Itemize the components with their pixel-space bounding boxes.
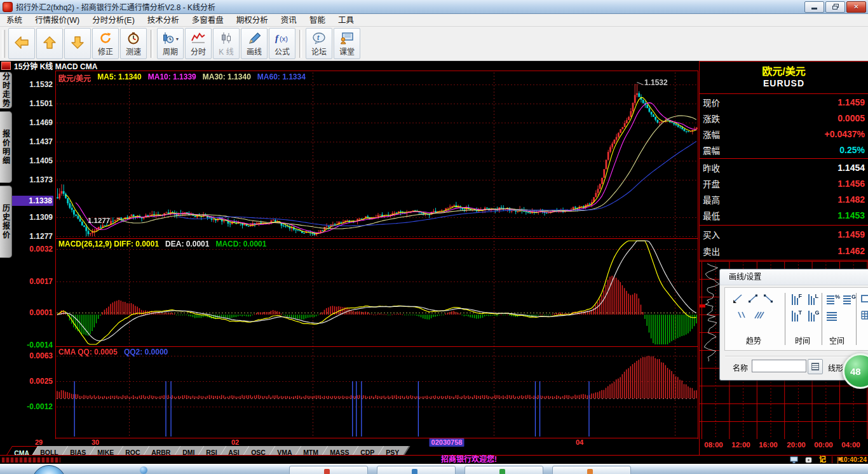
intraday-chart-icon [191, 32, 205, 47]
parallel-lines-icon[interactable] [735, 309, 748, 321]
formula-icon: f(x) [275, 32, 290, 47]
menu-item-intraday-analysis[interactable]: 分时分析(E) [86, 14, 141, 27]
restore-button[interactable] [825, 1, 845, 13]
connection-icon[interactable] [790, 456, 799, 464]
quote-row: 昨收1.1454 [703, 161, 865, 174]
menu-item-options-analysis[interactable]: 期权分析 [230, 14, 275, 27]
toolbar-button-label: 周期 [163, 48, 178, 57]
up-button[interactable] [36, 28, 63, 59]
intraday-button[interactable]: 分时 [185, 28, 212, 59]
horizontal-lines-icon[interactable] [825, 309, 841, 322]
quote-row-value: 1.1456 [837, 179, 865, 189]
trend-segment-down-icon[interactable] [762, 293, 775, 304]
draw-line-button[interactable]: 画线 [241, 28, 268, 59]
correct-button[interactable]: 修正 [92, 28, 119, 59]
kline-button[interactable]: K 线 [213, 28, 240, 59]
gann-space-icon[interactable]: G [842, 293, 857, 306]
quote-row: 现价1.1459 [703, 96, 865, 109]
quote-symbol-cn: 欧元/美元 [700, 63, 868, 78]
quick-launch-icon[interactable] [140, 466, 147, 474]
price-tick-label: 1.1469 [29, 118, 53, 127]
taskbar-app-button[interactable] [289, 466, 368, 474]
fan-lines-icon[interactable] [753, 309, 766, 321]
taskbar-app-button[interactable] [377, 466, 456, 474]
kline-chart-canvas[interactable] [56, 71, 698, 438]
grid-tool-icon[interactable] [860, 309, 868, 321]
status-separator [832, 456, 832, 463]
header-segment: MACD(26,12,9) DIFF: 0.0001 [58, 240, 159, 248]
menu-item-system[interactable]: 系统 [0, 14, 29, 27]
quote-panel: 欧元/美元 EURUSD 现价1.1459涨跌0.0005涨幅+0.0437%震… [699, 61, 868, 455]
low-price-annotation: 1.1277 [88, 217, 110, 224]
price-tick-label: 1.1309 [29, 213, 53, 222]
close-button[interactable]: ✕ [846, 1, 866, 13]
indicator-tab-psy[interactable]: PSY [378, 446, 410, 455]
minimize-icon [811, 8, 817, 10]
app-icon [324, 469, 330, 474]
forum-button[interactable]: t论坛 [306, 28, 332, 59]
lucas-time-icon[interactable]: L [806, 292, 820, 307]
name-input[interactable] [752, 360, 806, 372]
menu-item-quotes[interactable]: 行情报价(W) [29, 14, 86, 27]
list-button[interactable] [808, 359, 823, 374]
quote-separator [700, 158, 868, 159]
quote-separator [700, 260, 868, 261]
header-segment: MACD: 0.0001 [215, 240, 266, 248]
speed-test-button[interactable]: 测速 [120, 28, 147, 59]
toolbar-button-label: K 线 [219, 48, 233, 57]
app-logo-icon [3, 2, 13, 12]
quote-row-value: 1.1462 [837, 246, 865, 256]
side-tab-intraday-trend[interactable]: 分时走势 [0, 72, 12, 109]
back-button[interactable] [8, 28, 35, 59]
menu-item-smart[interactable]: 智能 [303, 14, 332, 27]
trend-segment-icon[interactable] [747, 293, 759, 304]
fibonacci-time-icon[interactable]: F [790, 292, 804, 307]
menu-item-news[interactable]: 资讯 [275, 14, 303, 27]
taskbar-app-button[interactable] [552, 466, 631, 474]
trend-group-label: 趋势 [735, 335, 773, 346]
alert-icon[interactable] [804, 456, 813, 464]
menu-item-tools[interactable]: 工具 [332, 14, 360, 27]
title-bar[interactable]: 招行外汇2(fxhq2) - 招商银行外汇通行情分析V2.8 - K线分析 ✕ [0, 0, 868, 14]
period-icon [161, 32, 174, 47]
news-ticker [2, 457, 60, 463]
dialog-title: 画线/设置 [729, 273, 761, 281]
menu-item-multi-window[interactable]: 多窗看盘 [186, 14, 230, 27]
svg-text:G: G [815, 309, 820, 316]
header-segment: MA60: 1.1334 [257, 72, 306, 83]
menu-item-technical-analysis[interactable]: 技术分析 [141, 14, 186, 27]
dialog-title-bar[interactable]: 画线/设置 [720, 269, 868, 285]
rectangle-tool-icon[interactable] [860, 293, 868, 304]
trend-line-icon[interactable] [731, 293, 744, 304]
mini-chart-time-axis: 08:0012:0016:0020:0000:0004:00 [700, 440, 868, 449]
classroom-button[interactable]: 课堂 [334, 28, 360, 59]
toolbar-button-label: 公式 [275, 48, 290, 57]
side-tab-quote-detail[interactable]: 报价明细 [0, 111, 12, 183]
taskbar-app-button[interactable] [465, 466, 543, 474]
toolbar-grip[interactable] [2, 30, 5, 58]
price-tick-label: 1.1532 [29, 80, 53, 89]
down-button[interactable] [64, 28, 91, 59]
quote-row-value: 1.1459 [837, 97, 865, 107]
group-separator [856, 293, 857, 345]
t-time-icon[interactable]: T [790, 308, 804, 323]
gann-time-icon[interactable]: G [806, 308, 820, 323]
restore-icon [832, 4, 839, 10]
toolbar-button-label: 论坛 [311, 48, 327, 57]
main-chart-header: 欧元/美元MA5: 1.1340MA10: 1.1339MA30: 1.1340… [58, 72, 306, 83]
note-icon[interactable]: 记 [819, 456, 826, 464]
percent-space-icon[interactable]: % [825, 293, 841, 306]
header-segment: MA10: 1.1339 [148, 72, 196, 83]
period-button[interactable]: ▼周期 [157, 28, 184, 59]
formula-button[interactable]: f(x)公式 [269, 28, 295, 59]
price-tick-label: 1.1277 [29, 232, 53, 241]
cma-tick-label: 0.0025 [29, 377, 53, 386]
side-tab-history-quotes[interactable]: 历史报价 [0, 186, 12, 258]
minimize-button[interactable] [804, 1, 824, 13]
arrow-up-icon [43, 36, 57, 52]
status-bar: 招商银行欢迎您! 记 10:40:24 [0, 455, 868, 464]
indicator-tabs: CMABOLLBIASMIKEROCARBRDMIRSIASIOSCVMAMTM… [9, 446, 405, 455]
mini-time-label: 08:00 [704, 440, 722, 449]
price-tick-label: 1.1437 [29, 137, 53, 146]
arrow-down-icon [71, 36, 85, 52]
